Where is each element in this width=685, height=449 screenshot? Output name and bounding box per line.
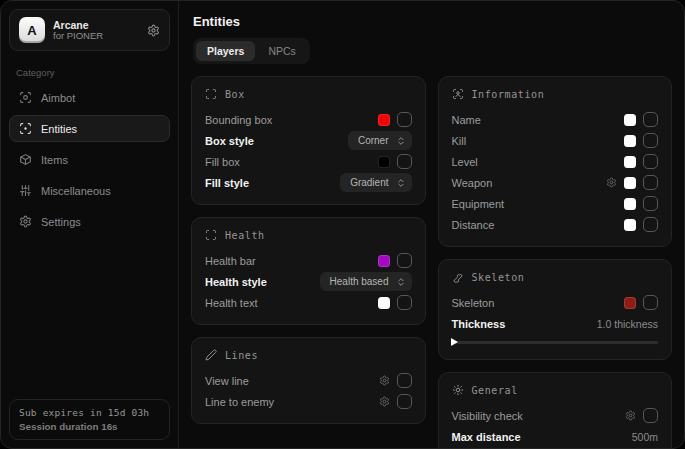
session-duration-text: Session duration 16s xyxy=(19,421,160,432)
page-title: Entities xyxy=(193,14,672,29)
row-settings-button[interactable] xyxy=(625,410,636,421)
sidebar-item-entities[interactable]: Entities xyxy=(9,115,170,142)
settings-grid: Box Bounding box Box style Corner xyxy=(191,76,672,449)
sliders-icon xyxy=(19,184,32,197)
cube-icon xyxy=(19,153,32,166)
dropdown-value: Health based xyxy=(330,276,389,287)
sidebar-item-miscellaneous[interactable]: Miscellaneous xyxy=(9,177,170,204)
row-label: Health text xyxy=(205,297,258,309)
header-settings-button[interactable] xyxy=(147,24,160,37)
color-swatch[interactable] xyxy=(378,114,390,126)
row-label: Weapon xyxy=(452,177,493,189)
row-label: Visibility check xyxy=(452,410,523,422)
slider-thumb[interactable] xyxy=(451,338,458,346)
setting-row-health-text: Health text xyxy=(205,292,412,313)
row-label: Max distance xyxy=(452,431,521,443)
setting-row-fill-style: Fill style Gradient xyxy=(205,172,412,193)
setting-row-thickness: Thickness 1.0 thickness xyxy=(452,313,659,334)
setting-row-visibility-check: Visibility check xyxy=(452,405,659,426)
max-distance-value: 500m xyxy=(632,431,658,443)
card-title: Skeleton xyxy=(472,272,525,283)
checkbox[interactable] xyxy=(643,295,658,310)
setting-row-health-style: Health style Health based xyxy=(205,271,412,292)
color-swatch[interactable] xyxy=(378,297,390,309)
sidebar: A Arcane for PIONER Category Aimbot Enti… xyxy=(1,1,179,448)
setting-row-box-style: Box style Corner xyxy=(205,130,412,151)
color-swatch[interactable] xyxy=(624,219,636,231)
row-label: Equipment xyxy=(452,198,505,210)
box-style-dropdown[interactable]: Corner xyxy=(348,131,412,150)
bone-icon xyxy=(452,271,464,283)
row-settings-button[interactable] xyxy=(606,177,617,188)
row-label: View line xyxy=(205,375,249,387)
information-card-header: Information xyxy=(452,86,659,102)
color-swatch[interactable] xyxy=(624,177,636,189)
app-meta: Arcane for PIONER xyxy=(53,19,103,42)
checkbox[interactable] xyxy=(643,196,658,211)
gear-icon xyxy=(19,215,32,228)
color-swatch[interactable] xyxy=(378,255,390,267)
card-title: General xyxy=(472,385,518,396)
general-card: General Visibility check Max distance xyxy=(438,372,673,449)
checkbox[interactable] xyxy=(643,112,658,127)
checkbox[interactable] xyxy=(397,154,412,169)
tab-players[interactable]: Players xyxy=(196,41,255,61)
checkbox[interactable] xyxy=(643,217,658,232)
row-label: Level xyxy=(452,156,478,168)
card-title: Box xyxy=(225,89,245,100)
checkbox[interactable] xyxy=(397,295,412,310)
checkbox[interactable] xyxy=(397,373,412,388)
color-swatch[interactable] xyxy=(624,156,636,168)
thickness-slider[interactable] xyxy=(452,337,659,348)
sun-icon xyxy=(452,384,464,396)
app-window: A Arcane for PIONER Category Aimbot Enti… xyxy=(0,0,685,449)
fill-style-dropdown[interactable]: Gradient xyxy=(340,173,411,192)
checkbox[interactable] xyxy=(397,253,412,268)
row-settings-button[interactable] xyxy=(379,396,390,407)
chevrons-up-down-icon xyxy=(396,136,406,146)
row-label: Kill xyxy=(452,135,467,147)
color-swatch[interactable] xyxy=(624,198,636,210)
sidebar-item-settings[interactable]: Settings xyxy=(9,208,170,235)
app-name: Arcane xyxy=(53,19,103,31)
sidebar-item-items[interactable]: Items xyxy=(9,146,170,173)
sidebar-item-label: Aimbot xyxy=(41,92,75,104)
sidebar-item-label: Miscellaneous xyxy=(41,185,111,197)
checkbox[interactable] xyxy=(643,175,658,190)
checkbox[interactable] xyxy=(397,394,412,409)
health-card-header: Health xyxy=(205,227,412,243)
setting-row-weapon: Weapon xyxy=(452,172,659,193)
subscription-info: Sub expires in 15d 03h Session duration … xyxy=(9,399,170,440)
checkbox[interactable] xyxy=(643,408,658,423)
setting-row-kill: Kill xyxy=(452,130,659,151)
sidebar-item-aimbot[interactable]: Aimbot xyxy=(9,84,170,111)
tab-npcs[interactable]: NPCs xyxy=(257,41,306,61)
setting-row-level: Level xyxy=(452,151,659,172)
color-swatch[interactable] xyxy=(378,156,390,168)
lines-card-header: Lines xyxy=(205,347,412,363)
gear-icon xyxy=(379,375,390,386)
row-label: Fill style xyxy=(205,177,249,189)
color-swatch[interactable] xyxy=(624,297,636,309)
slider-track[interactable] xyxy=(452,341,659,344)
row-label: Health style xyxy=(205,276,267,288)
color-swatch[interactable] xyxy=(624,114,636,126)
row-label: Name xyxy=(452,114,481,126)
color-swatch[interactable] xyxy=(624,135,636,147)
sidebar-item-label: Items xyxy=(41,154,68,166)
crosshair-icon xyxy=(19,91,32,104)
sidebar-nav: Aimbot Entities Items Miscellaneous Sett… xyxy=(9,84,170,235)
thickness-value: 1.0 thickness xyxy=(597,318,658,330)
checkbox[interactable] xyxy=(643,133,658,148)
checkbox[interactable] xyxy=(643,154,658,169)
dropdown-value: Corner xyxy=(358,135,389,146)
row-label: Bounding box xyxy=(205,114,272,126)
information-card: Information Name Kill xyxy=(438,76,673,247)
checkbox[interactable] xyxy=(397,112,412,127)
person-scan-icon xyxy=(452,88,464,100)
setting-row-view-line: View line xyxy=(205,370,412,391)
health-style-dropdown[interactable]: Health based xyxy=(320,272,412,291)
row-settings-button[interactable] xyxy=(379,375,390,386)
card-title: Health xyxy=(225,230,265,241)
skeleton-card-header: Skeleton xyxy=(452,269,659,285)
